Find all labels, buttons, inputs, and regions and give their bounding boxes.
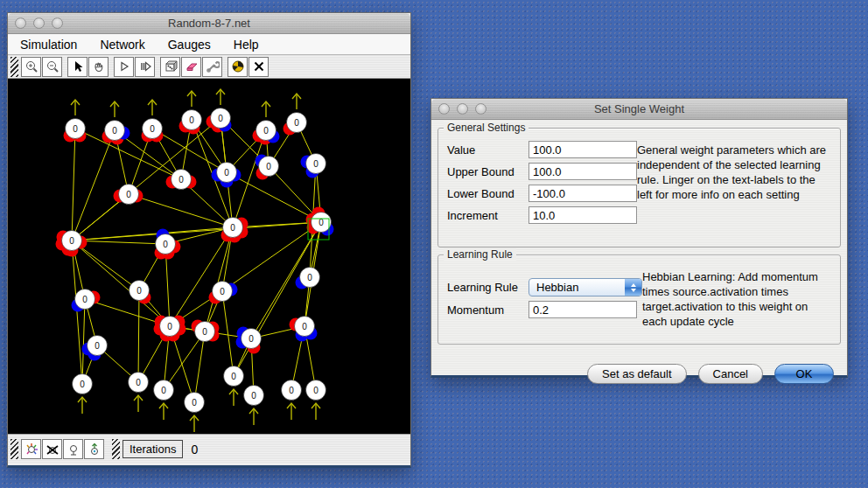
neuron-activation-value: 0 (126, 190, 131, 199)
toolbar-drag-handle[interactable] (10, 57, 18, 77)
neuron-node[interactable]: 0 (221, 218, 248, 243)
synapse-line[interactable] (170, 227, 233, 326)
neuron-activation-value: 0 (307, 273, 312, 282)
neuron-node[interactable]: 0 (206, 108, 232, 133)
momentum-label[interactable]: Momentum (447, 303, 528, 317)
synapse-line[interactable] (72, 130, 115, 241)
delete-button[interactable] (248, 57, 269, 77)
value-label[interactable]: Value (447, 143, 528, 157)
step-button[interactable] (135, 57, 155, 77)
network-window-titlebar[interactable]: Random-8-7.net (8, 13, 410, 34)
general-settings-description: General weight parameters which are inde… (637, 141, 831, 228)
neuron-node[interactable]: 0 (306, 380, 326, 401)
neuron-node[interactable]: 0 (114, 185, 144, 205)
neuron-activation-value: 0 (80, 380, 85, 389)
neuron-node[interactable]: 0 (209, 282, 238, 304)
neuron-node[interactable]: 0 (64, 119, 87, 143)
cancel-button[interactable]: Cancel (698, 364, 763, 384)
bottom-drag-handle-2[interactable] (112, 439, 120, 459)
neuron-node[interactable]: 0 (82, 336, 108, 361)
pan-hand-icon (92, 59, 106, 73)
synapse-line[interactable] (72, 222, 321, 241)
neuron-activation-value: 0 (167, 322, 172, 331)
learning-rule-popup[interactable]: Hebbian (528, 278, 642, 296)
upper-bound-label[interactable]: Upper Bound (447, 165, 528, 178)
synapse-line[interactable] (72, 129, 75, 241)
neuron-node[interactable]: 0 (301, 154, 326, 178)
zoom-out-button[interactable] (42, 57, 62, 77)
neuron-node[interactable]: 0 (102, 121, 130, 145)
iterations-label: Iterations (122, 440, 183, 458)
randomize-button[interactable] (160, 57, 180, 77)
neuron-activation-value: 0 (94, 341, 100, 351)
neuron-node[interactable]: 0 (166, 170, 197, 190)
bottom-toolbar: Iterations 0 (8, 434, 410, 464)
menu-gauges[interactable]: Gauges (168, 38, 211, 52)
synapse-line[interactable] (234, 222, 321, 376)
add-neuron-button[interactable] (63, 439, 83, 459)
neuron-node[interactable]: 0 (154, 380, 174, 401)
synapse-line[interactable] (129, 194, 233, 227)
synapse-line[interactable] (194, 331, 205, 402)
neuron-node[interactable]: 0 (142, 119, 164, 143)
clear-button[interactable] (181, 57, 201, 77)
synapse-line[interactable] (227, 172, 321, 222)
neuron-node[interactable]: 0 (282, 380, 302, 401)
lower-bound-label[interactable]: Lower Bound (447, 187, 528, 200)
neuron-node[interactable]: 0 (179, 110, 202, 135)
delete-neuron-button[interactable] (42, 439, 62, 459)
set-as-default-button[interactable]: Set as default (587, 364, 687, 384)
preferences-button[interactable] (202, 57, 222, 77)
dialog-titlebar[interactable]: Set Single Weight (431, 99, 847, 120)
synapse-line[interactable] (138, 290, 139, 382)
menu-network[interactable]: Network (100, 38, 144, 52)
increment-label[interactable]: Increment (447, 209, 528, 222)
menu-simulation[interactable]: Simulation (20, 38, 77, 52)
value-field[interactable] (528, 141, 637, 158)
output-arrow-icon (71, 100, 80, 115)
lower-bound-field[interactable] (528, 185, 637, 202)
neuron-node[interactable]: 0 (236, 327, 262, 354)
neuron-node[interactable]: 0 (129, 373, 149, 393)
general-settings-label: General Settings (444, 122, 528, 134)
neuron-node[interactable]: 0 (73, 374, 93, 394)
neuron-node[interactable]: 0 (306, 207, 334, 236)
upper-bound-field[interactable] (528, 163, 637, 180)
add-output-neuron-button[interactable] (84, 439, 104, 459)
neuron-activation-value: 0 (230, 223, 235, 233)
menu-help[interactable]: Help (234, 38, 259, 52)
selection-tool-button[interactable] (67, 57, 88, 77)
play-button[interactable] (114, 57, 134, 77)
neuron-node[interactable]: 0 (284, 113, 307, 136)
neuron-node[interactable]: 0 (296, 268, 320, 289)
neuron-node[interactable]: 0 (224, 366, 244, 387)
learning-rule-label[interactable]: Learning Rule (447, 281, 528, 294)
neuron-node[interactable]: 0 (290, 317, 318, 342)
neuron-node[interactable]: 0 (244, 386, 264, 406)
neuron-node[interactable]: 0 (130, 281, 151, 304)
synapse-line[interactable] (222, 291, 234, 376)
add-random-neuron-button[interactable] (21, 439, 41, 459)
gauge-button[interactable] (228, 57, 248, 77)
bottom-drag-handle-1[interactable] (10, 439, 18, 459)
neuron-activation-value: 0 (112, 126, 117, 136)
synapse-line[interactable] (205, 227, 233, 331)
pan-tool-button[interactable] (88, 57, 108, 77)
neuron-node[interactable]: 0 (154, 316, 186, 342)
neuron-node[interactable]: 0 (192, 320, 220, 342)
neuron-node[interactable]: 0 (185, 393, 205, 413)
neuron-node[interactable]: 0 (155, 229, 181, 260)
dice-icon (164, 59, 178, 73)
network-canvas[interactable]: 000000000000000000000000000000000 (8, 79, 410, 434)
zoom-in-button[interactable] (21, 57, 41, 77)
ok-button[interactable]: OK (774, 364, 834, 384)
momentum-field[interactable] (528, 301, 637, 318)
neuron-node[interactable]: 0 (256, 155, 279, 180)
neuron-node[interactable]: 0 (56, 231, 88, 257)
eraser-icon (185, 59, 199, 73)
synapse-line[interactable] (82, 299, 85, 384)
output-arrow-icon (110, 101, 119, 117)
wrench-icon (206, 59, 220, 73)
neuron-node[interactable]: 0 (253, 121, 280, 145)
increment-field[interactable] (528, 206, 637, 224)
